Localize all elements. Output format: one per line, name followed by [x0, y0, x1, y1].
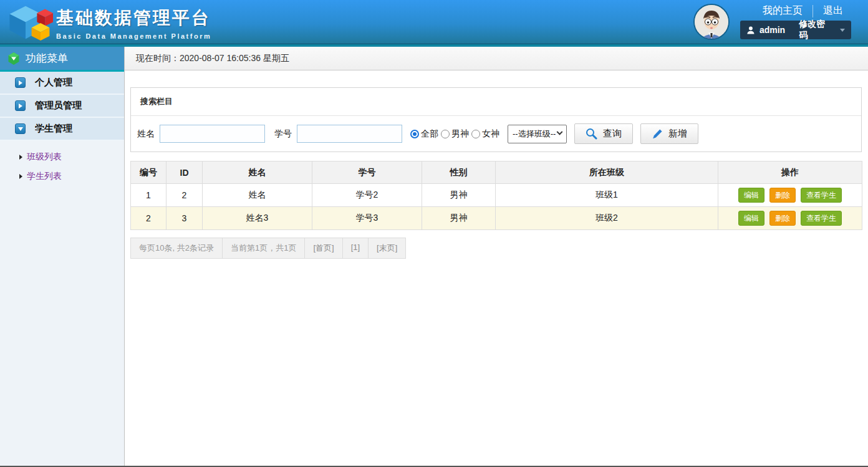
gem-icon [8, 52, 19, 65]
delete-button[interactable]: 删除 [769, 188, 796, 203]
sidebar-item-admins[interactable]: 管理员管理 [0, 95, 124, 118]
sidebar-item-label: 个人管理 [35, 77, 72, 89]
app-header: 基础数据管理平台 Basic Data Management Platform … [0, 0, 868, 44]
col-header-gender: 性别 [422, 161, 496, 184]
sidebar-item-personal[interactable]: 个人管理 [0, 72, 124, 95]
name-label: 姓名 [137, 128, 155, 140]
edit-button[interactable]: 编辑 [738, 211, 764, 226]
cell-actions: 编辑 删除 查看学生 [718, 207, 862, 230]
edit-button[interactable]: 编辑 [738, 188, 764, 203]
chevron-down-icon [840, 29, 845, 32]
students-submenu: 班级列表 学生列表 [0, 141, 124, 186]
logout-link[interactable]: 退出 [823, 4, 843, 17]
cell-gender: 男神 [422, 207, 496, 230]
user-menu[interactable]: admin 修改密码 [740, 21, 851, 39]
cell-id: 2 [166, 184, 203, 207]
query-button[interactable]: 查询 [574, 123, 633, 144]
time-bar: 现在时间： 2020-08-07 16:05:36 星期五 [125, 47, 868, 70]
user-icon [746, 26, 755, 35]
sidebar-header: 功能菜单 [0, 47, 124, 72]
view-students-button[interactable]: 查看学生 [801, 211, 842, 226]
gender-radio-group: 全部 男神 女神 [410, 128, 502, 140]
submenu-item-label: 学生列表 [27, 171, 62, 182]
table-row: 2 3 姓名3 学号3 男神 班级2 编辑 删除 查看学生 [131, 207, 862, 230]
col-header-no: 编号 [131, 161, 166, 184]
col-header-sno: 学号 [312, 161, 422, 184]
radio-female[interactable]: 女神 [471, 128, 499, 140]
delete-button[interactable]: 删除 [769, 211, 796, 226]
user-avatar[interactable] [693, 4, 730, 40]
header-nav: 我的主页 退出 [763, 4, 843, 17]
name-input[interactable] [160, 125, 265, 143]
bullet-icon [19, 155, 22, 160]
app-logo-icon [5, 3, 56, 46]
cell-class: 班级2 [496, 207, 718, 230]
pagination: 每页10条, 共2条记录 当前第1页，共1页 [首页] [1] [末页] [130, 238, 868, 259]
brand-block: 基础数据管理平台 Basic Data Management Platform [56, 6, 211, 40]
search-icon [586, 128, 597, 140]
first-page-link[interactable]: [首页] [304, 238, 342, 259]
table-header-row: 编号 ID 姓名 学号 性别 所在班级 操作 [131, 161, 862, 184]
last-page-link[interactable]: [末页] [368, 238, 406, 259]
cell-gender: 男神 [422, 184, 496, 207]
sidebar-item-label: 学生管理 [35, 123, 72, 135]
radio-label: 全部 [421, 128, 438, 140]
col-header-name: 姓名 [203, 161, 312, 184]
arrow-right-icon [15, 100, 26, 111]
username-label: admin [760, 25, 785, 35]
col-header-class: 所在班级 [496, 161, 718, 184]
cell-name: 姓名3 [203, 207, 312, 230]
page-1-link[interactable]: [1] [342, 238, 369, 259]
app-title: 基础数据管理平台 [56, 6, 211, 30]
radio-icon [410, 130, 419, 138]
arrow-right-icon [15, 77, 26, 88]
page-current-info: 当前第1页，共1页 [222, 238, 305, 259]
chevron-down-icon [557, 129, 563, 135]
cell-actions: 编辑 删除 查看学生 [718, 184, 862, 207]
radio-male[interactable]: 男神 [441, 128, 469, 140]
time-value: 2020-08-07 16:05:36 星期五 [180, 53, 289, 64]
cell-class: 班级1 [496, 184, 718, 207]
arrow-down-icon [15, 123, 26, 134]
submenu-item-student-list[interactable]: 学生列表 [0, 166, 124, 186]
radio-label: 男神 [451, 128, 469, 140]
add-button[interactable]: 新增 [640, 123, 698, 144]
sidebar-item-label: 管理员管理 [35, 100, 82, 112]
cell-sno: 学号2 [312, 184, 422, 207]
search-panel-title: 搜索栏目 [131, 88, 861, 116]
radio-icon [441, 130, 450, 138]
search-form: 姓名 学号 全部 男神 女神 [131, 116, 861, 152]
sidebar: 功能菜单 个人管理 管理员管理 学生管理 班级列表 学生列表 [0, 47, 125, 467]
change-password-link[interactable]: 修改密码 [799, 19, 831, 41]
cell-id: 3 [166, 207, 203, 230]
radio-all[interactable]: 全部 [410, 128, 438, 140]
radio-icon [471, 130, 480, 138]
nav-separator [813, 5, 813, 17]
table-row: 1 2 姓名 学号2 男神 班级1 编辑 删除 查看学生 [131, 184, 862, 207]
view-students-button[interactable]: 查看学生 [801, 188, 842, 203]
radio-label: 女神 [482, 128, 499, 140]
student-no-input[interactable] [297, 125, 402, 143]
page-size-info: 每页10条, 共2条记录 [130, 238, 223, 259]
search-panel: 搜索栏目 姓名 学号 全部 男神 女神 [130, 87, 862, 152]
cell-no: 1 [131, 184, 166, 207]
sidebar-title: 功能菜单 [26, 51, 68, 65]
cell-no: 2 [131, 207, 166, 230]
class-select[interactable]: --选择班级-- [508, 125, 567, 143]
app-subtitle: Basic Data Management Platform [56, 32, 211, 40]
class-select-value: --选择班级-- [513, 128, 556, 140]
pencil-icon [652, 128, 663, 140]
submenu-item-label: 班级列表 [27, 152, 62, 163]
col-header-actions: 操作 [718, 161, 862, 184]
sidebar-item-students[interactable]: 学生管理 [0, 118, 124, 141]
bullet-icon [19, 174, 22, 179]
cell-sno: 学号3 [312, 207, 422, 230]
students-table: 编号 ID 姓名 学号 性别 所在班级 操作 1 2 姓名 学号2 男神 班级1 [130, 161, 862, 230]
my-home-link[interactable]: 我的主页 [763, 4, 803, 17]
student-no-label: 学号 [274, 128, 292, 140]
col-header-id: ID [166, 161, 203, 184]
cell-name: 姓名 [203, 184, 312, 207]
time-label: 现在时间： [136, 53, 180, 64]
add-button-label: 新增 [668, 128, 687, 140]
submenu-item-class-list[interactable]: 班级列表 [0, 147, 124, 166]
